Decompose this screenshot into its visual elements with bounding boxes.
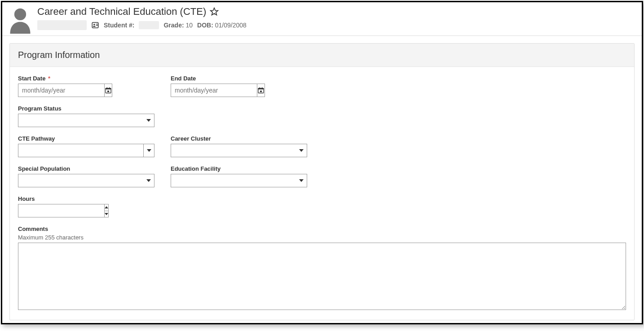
career-cluster-value[interactable] — [171, 144, 296, 157]
comments-label: Comments — [18, 226, 626, 232]
cte-pathway-value[interactable] — [18, 144, 143, 157]
chevron-down-icon — [143, 114, 154, 127]
avatar — [7, 7, 34, 34]
svg-rect-5 — [96, 25, 98, 26]
special-population-select[interactable] — [18, 174, 154, 187]
student-name-redacted — [37, 20, 87, 30]
grade-value: 10 — [185, 22, 193, 29]
svg-point-0 — [14, 9, 26, 20]
svg-rect-12 — [258, 88, 264, 89]
required-indicator: * — [48, 75, 50, 82]
calendar-icon — [257, 87, 265, 94]
education-facility-select[interactable] — [171, 174, 307, 187]
page-title: Career and Technical Education (CTE) — [37, 6, 206, 18]
cte-pathway-select[interactable] — [18, 144, 154, 157]
panel-title: Program Information — [10, 44, 634, 67]
education-facility-value[interactable] — [171, 174, 296, 187]
hours-label: Hours — [18, 195, 171, 202]
chevron-down-icon — [143, 174, 154, 187]
triangle-down-icon — [105, 213, 108, 215]
dob-label: DOB: — [197, 22, 213, 29]
svg-rect-9 — [109, 87, 110, 89]
chevron-down-icon — [143, 144, 154, 157]
hours-input[interactable] — [18, 204, 104, 217]
svg-point-3 — [93, 24, 95, 25]
svg-rect-15 — [260, 91, 262, 92]
calendar-icon — [105, 87, 112, 94]
chevron-down-icon — [296, 174, 307, 187]
education-facility-field: Education Facility — [171, 165, 323, 187]
grade-label: Grade: — [163, 22, 184, 29]
career-cluster-select[interactable] — [171, 144, 307, 157]
start-date-field: Start Date * — [18, 75, 171, 97]
end-date-calendar-button[interactable] — [257, 84, 265, 97]
education-facility-label: Education Facility — [171, 165, 323, 172]
svg-rect-8 — [107, 87, 107, 89]
svg-rect-13 — [260, 87, 260, 89]
program-status-select[interactable] — [18, 114, 154, 127]
favorite-star-icon[interactable] — [210, 7, 219, 16]
student-number-label: Student #: — [104, 22, 134, 29]
cte-pathway-field: CTE Pathway — [18, 135, 171, 157]
career-cluster-label: Career Cluster — [171, 135, 323, 142]
student-number-redacted — [139, 21, 159, 29]
program-status-label: Program Status — [18, 105, 171, 112]
chevron-down-icon — [296, 144, 307, 157]
end-date-label: End Date — [171, 75, 323, 82]
start-date-input[interactable] — [18, 84, 104, 97]
hours-decrement-button[interactable] — [105, 211, 108, 217]
special-population-value[interactable] — [18, 174, 143, 187]
svg-rect-7 — [106, 88, 111, 89]
page-header: Career and Technical Education (CTE) Stu… — [2, 2, 642, 36]
end-date-input[interactable] — [171, 84, 257, 97]
special-population-field: Special Population — [18, 165, 171, 187]
svg-marker-1 — [211, 8, 218, 15]
end-date-field: End Date — [171, 75, 323, 97]
id-card-icon[interactable] — [91, 21, 99, 29]
program-status-value[interactable] — [18, 114, 143, 127]
program-information-panel: Program Information Start Date * — [9, 43, 635, 320]
start-date-calendar-button[interactable] — [104, 84, 112, 97]
svg-rect-4 — [96, 24, 98, 24]
svg-rect-14 — [262, 87, 262, 89]
hours-increment-button[interactable] — [105, 204, 108, 211]
comments-field: Comments Maximum 255 characters — [18, 226, 626, 310]
program-status-field: Program Status — [18, 105, 171, 127]
comments-hint: Maximum 255 characters — [18, 234, 626, 241]
dob-value: 01/09/2008 — [215, 22, 247, 29]
comments-textarea[interactable] — [18, 243, 626, 310]
triangle-up-icon — [105, 206, 108, 208]
cte-pathway-label: CTE Pathway — [18, 135, 171, 142]
special-population-label: Special Population — [18, 165, 171, 172]
start-date-label: Start Date — [18, 75, 45, 82]
person-icon — [7, 7, 34, 34]
career-cluster-field: Career Cluster — [171, 135, 323, 157]
hours-field: Hours — [18, 195, 171, 217]
svg-rect-10 — [107, 91, 109, 92]
